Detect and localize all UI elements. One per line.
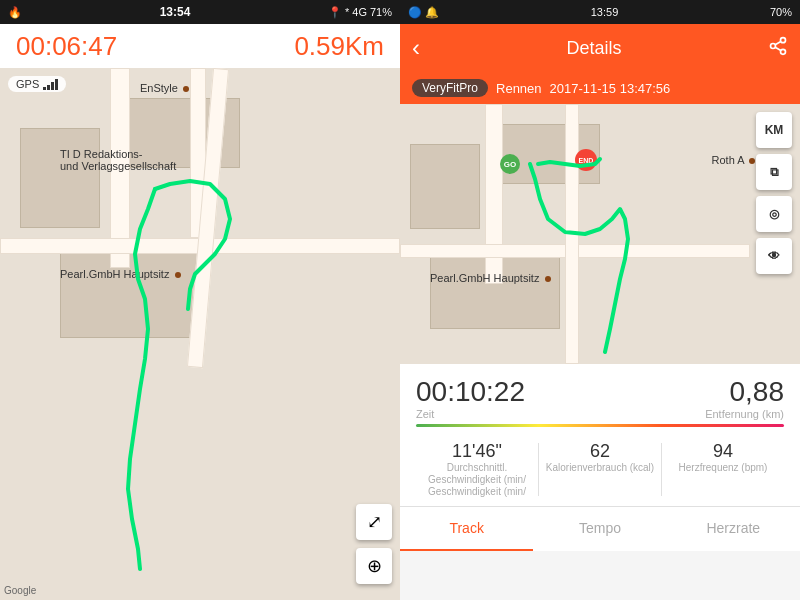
status-right-icons-left: 📍 * 4G 71% bbox=[328, 6, 392, 19]
location-button[interactable]: ◎ bbox=[756, 196, 792, 232]
status-bar-left: 🔥 13:54 📍 * 4G 71% bbox=[0, 0, 400, 24]
distance-stat: 0,88 Entfernung (km) bbox=[705, 376, 784, 420]
stats-section: 00:10:22 Zeit 0,88 Entfernung (km) 11'46… bbox=[400, 364, 800, 506]
calories-label: Kalorienverbrauch (kcal) bbox=[539, 462, 661, 474]
google-logo: Google bbox=[4, 585, 36, 596]
locate-button[interactable]: ⊕ bbox=[356, 548, 392, 584]
heartrate-label: Herzfrequenz (bpm) bbox=[662, 462, 784, 474]
pace-value: 11'46" bbox=[416, 441, 538, 462]
side-buttons: KM ⧉ ◎ 👁 bbox=[756, 112, 792, 274]
location-icon: ◎ bbox=[769, 207, 779, 221]
time-label: Zeit bbox=[416, 408, 525, 420]
stats-main-row: 00:10:22 Zeit 0,88 Entfernung (km) bbox=[416, 376, 784, 420]
svg-line-4 bbox=[775, 41, 781, 44]
pace-label: Durchschnittl. Geschwindigkeit (min/ Ges… bbox=[416, 462, 538, 498]
expand-button[interactable]: ⤢ bbox=[356, 504, 392, 540]
app-bar: ‹ Details bbox=[400, 24, 800, 72]
track-path-right-top bbox=[538, 159, 600, 166]
color-bar bbox=[416, 424, 784, 427]
top-bar-left: 00:06:47 0.59Km bbox=[0, 24, 400, 68]
track-path-left-2 bbox=[155, 181, 230, 309]
volume-icon: 🔔 bbox=[425, 6, 439, 18]
heartrate-value: 94 bbox=[662, 441, 784, 462]
time-value: 00:10:22 bbox=[416, 376, 525, 408]
layers-icon: ⧉ bbox=[770, 165, 779, 179]
map-background-right: GO END Pearl.GmbH Hauptsitz Roth A bbox=[400, 104, 800, 364]
signal-icon: 4G bbox=[352, 6, 367, 18]
layers-button[interactable]: ⧉ bbox=[756, 154, 792, 190]
share-button[interactable] bbox=[768, 36, 788, 61]
tab-herzrate[interactable]: Herzrate bbox=[667, 507, 800, 551]
status-time-right: 13:59 bbox=[591, 6, 619, 18]
right-panel: 🔵 🔔 13:59 70% ‹ Details VeryFitPro Renne… bbox=[400, 0, 800, 600]
elapsed-time: 00:06:47 bbox=[16, 31, 117, 62]
track-svg-right bbox=[400, 104, 800, 364]
activity-tag: Rennen bbox=[496, 81, 542, 96]
eye-button[interactable]: 👁 bbox=[756, 238, 792, 274]
eye-icon: 👁 bbox=[768, 249, 780, 263]
workout-tags: VeryFitPro Rennen 2017-11-15 13:47:56 bbox=[400, 72, 800, 104]
left-panel: 🔥 13:54 📍 * 4G 71% 00:06:47 0.59Km GPS bbox=[0, 0, 400, 600]
svg-point-1 bbox=[771, 43, 776, 48]
status-bar-right: 🔵 🔔 13:59 70% bbox=[400, 0, 800, 24]
bluetooth-icon: * bbox=[345, 6, 349, 18]
locate-icon: ⊕ bbox=[367, 555, 382, 577]
back-button[interactable]: ‹ bbox=[412, 34, 420, 62]
track-path-right-1 bbox=[530, 164, 628, 352]
heartrate-stat: 94 Herzfrequenz (bpm) bbox=[662, 441, 784, 498]
svg-point-2 bbox=[781, 49, 786, 54]
time-stat: 00:10:22 Zeit bbox=[416, 376, 525, 420]
map-right: GO END Pearl.GmbH Hauptsitz Roth A bbox=[400, 104, 800, 364]
distance-display: 0.59Km bbox=[294, 31, 384, 62]
bluetooth-icon-right: 🔵 bbox=[408, 6, 422, 18]
track-svg-left bbox=[0, 68, 400, 600]
km-button[interactable]: KM bbox=[756, 112, 792, 148]
battery-icon-left: 71% bbox=[370, 6, 392, 18]
tab-bar: Track Tempo Herzrate bbox=[400, 506, 800, 551]
flame-icon: 🔥 bbox=[8, 6, 22, 19]
map-background-left: GPS EnStyle TI D Redaktions- und Verlags… bbox=[0, 68, 400, 600]
app-bar-title: Details bbox=[566, 38, 621, 59]
pace-stat: 11'46" Durchschnittl. Geschwindigkeit (m… bbox=[416, 441, 538, 498]
svg-line-3 bbox=[775, 47, 781, 50]
gps-icon: 📍 bbox=[328, 6, 342, 19]
tab-tempo[interactable]: Tempo bbox=[533, 507, 666, 551]
calories-stat: 62 Kalorienverbrauch (kcal) bbox=[539, 441, 661, 498]
status-right-right-icons: 70% bbox=[770, 6, 792, 18]
stats-secondary-row: 11'46" Durchschnittl. Geschwindigkeit (m… bbox=[416, 435, 784, 498]
app-name-badge: VeryFitPro bbox=[412, 79, 488, 97]
map-left: GPS EnStyle TI D Redaktions- und Verlags… bbox=[0, 68, 400, 600]
status-time-left: 13:54 bbox=[160, 5, 191, 19]
distance-value: 0,88 bbox=[705, 376, 784, 408]
calories-value: 62 bbox=[539, 441, 661, 462]
tab-track[interactable]: Track bbox=[400, 507, 533, 551]
datetime-tag: 2017-11-15 13:47:56 bbox=[550, 81, 671, 96]
track-path-left bbox=[128, 189, 155, 569]
battery-icon-right: 70% bbox=[770, 6, 792, 18]
distance-label: Entfernung (km) bbox=[705, 408, 784, 420]
status-right-left-icons: 🔵 🔔 bbox=[408, 6, 439, 19]
svg-point-0 bbox=[781, 37, 786, 42]
status-left-icons: 🔥 bbox=[8, 6, 22, 19]
expand-icon: ⤢ bbox=[367, 511, 382, 533]
